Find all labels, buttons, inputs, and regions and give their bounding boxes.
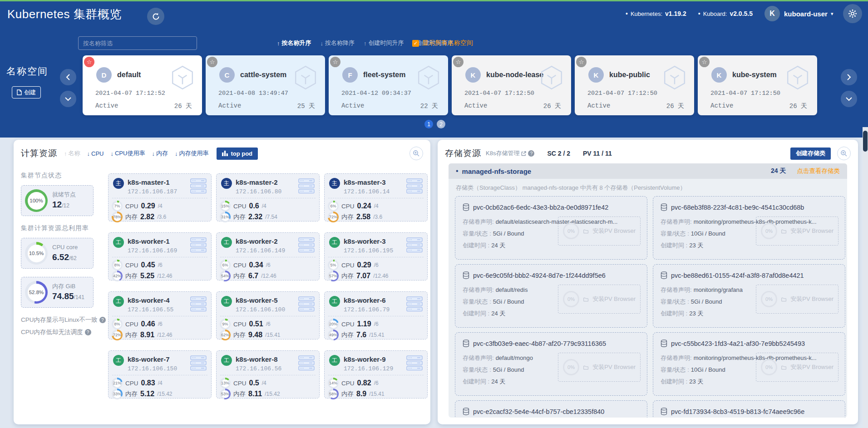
pv-name-row: pvc-c3fb03e9-eaec-4b87-af20-779c93116365 [463,339,606,347]
namespace-card[interactable]: ☆ D default 2021-04-07 17:12:52 Active 2… [83,55,202,115]
node-card[interactable]: 工 k8s-worker-8 172.16.106.56 13% CPU 0.5… [216,350,320,398]
pv-capacity-label: 容量/状态 : [463,298,491,305]
bullet-icon: • [456,167,459,175]
node-memory-row: 49% 内存 7.6 /15.41 [328,330,385,340]
cpu-gauge-label: CPU core [52,243,78,251]
show-all-namespaces-checkbox[interactable]: ✓ 显示所有名称空间 [412,36,473,50]
compute-zoom-button[interactable] [409,147,423,160]
namespace-scroll-right-button[interactable] [841,69,857,85]
create-namespace-button[interactable]: 创建 [12,86,41,98]
create-storageclass-button[interactable]: 创建存储类 [790,148,831,160]
memory-usage-ring: 78% [112,212,123,222]
refresh-button[interactable] [147,8,164,25]
namespace-filter-input[interactable] [78,36,197,50]
install-pv-browser-button[interactable]: 0% 安装PV Browser [756,285,838,314]
namespace-card[interactable]: ☆ K kube-public 2021-04-07 17:12:50 Acti… [575,55,694,115]
cpu-utilization-card[interactable]: 10.5% CPU core 6.52/62 [21,238,94,269]
node-card[interactable]: 工 k8s-worker-4 172.16.106.55 8% CPU 0.46… [108,291,212,339]
node-card[interactable]: 工 k8s-worker-2 172.16.106.149 6% CPU 0.3… [216,232,320,280]
node-card[interactable]: 工 k8s-worker-9 172.16.106.129 14% CPU 0.… [324,350,428,398]
memory-total: /15.41 [369,391,384,397]
page-scrollbar-thumb[interactable] [863,131,868,152]
persistent-volume-card[interactable]: pvc-0cb62ac6-6edc-43e3-bb2a-0e0d8971fe42… [455,196,647,260]
avatar: K [764,6,780,21]
namespace-card[interactable]: ☆ K kube-system 2021-04-07 17:12:50 Acti… [698,55,817,115]
persistent-volume-card[interactable]: pvc-fd173934-8cb3-4519-b813-fc74aee9c96e… [653,400,845,418]
namespace-collapse-button-left[interactable] [60,91,76,107]
node-sort-option[interactable]: ↓ 内存 [152,149,168,157]
pv-claim-value: default/redis [496,286,528,293]
namespace-sort-option[interactable]: ↑ 创建时间升序 [364,39,404,47]
help-link-unschedulable[interactable]: CPU内存低却无法调度? [21,328,99,336]
memory-label: 内存 [341,272,354,280]
node-card[interactable]: 工 k8s-worker-6 172.16.106.79 20% CPU 1.1… [324,291,428,339]
divider [112,257,207,257]
storageclass-name[interactable]: managed-nfs-storage [462,167,532,175]
persistent-volume-card[interactable]: pvc-6e9c05fd-bbb2-4924-8d7e-1f244dd9f5e6… [455,264,647,328]
namespace-card[interactable]: ☆ C cattle-system 2021-04-08 13:49:47 Ac… [206,55,325,115]
install-pv-browser-button[interactable]: 0% 安装PV Browser [756,353,838,382]
pv-capacity-row: 容量/状态 :5Gi / Bound [463,230,524,238]
namespace-sort-option[interactable]: ↓ 按名称降序 [321,39,355,47]
node-card[interactable]: 工 k8s-worker-1 172.16.106.169 8% CPU 0.4… [108,232,212,280]
pagination-dot[interactable]: 2 [437,120,445,128]
cpu-total: /4 [158,203,163,209]
node-sort-option[interactable]: ↑ 名称 [64,149,80,157]
top-pod-button[interactable]: top pod [217,148,258,160]
persistent-volume-card[interactable]: pvc-e2cacf32-5e4e-44cf-b757-cbe12335f840… [455,400,647,418]
memory-usage-ring: 54% [220,271,231,281]
node-sort-option[interactable]: ↓ 内存使用率 [175,149,209,157]
cpu-gauge-total: /62 [69,255,77,261]
pv-usage-ring: 0% [761,359,777,375]
favorite-star-badge[interactable]: ☆ [207,57,217,67]
cpu-usage-ring: 8% [112,260,123,271]
favorite-star-badge[interactable]: ☆ [699,57,710,67]
memory-label: 内存 [125,331,138,339]
favorite-star-badge[interactable]: ☆ [330,57,340,67]
cpu-usage-ring: 6% [220,260,231,271]
help-link-cpu-mismatch[interactable]: CPU内存显示与Linux不一致? [21,316,99,324]
namespace-sort-option[interactable]: ↑ 按名称升序 [277,39,311,47]
settings-button[interactable] [843,4,862,23]
memory-label: 内存 [341,390,354,398]
page-scrollbar-track[interactable] [863,127,868,428]
storage-manager-link[interactable]: K8s存储管理 ? [486,149,534,157]
memory-total: /15.42 [157,391,172,397]
podium-icon [222,151,228,156]
bullet-icon: • [698,10,700,17]
node-card[interactable]: 主 k8s-master-3 172.16.106.14 6% CPU 0.24… [324,173,428,221]
namespace-card[interactable]: ☆ K kube-node-lease 2021-04-07 17:12:50 … [452,55,571,115]
install-pv-browser-button[interactable]: 0% 安装PV Browser [558,353,641,382]
storage-zoom-button[interactable] [837,147,851,160]
persistent-volume-card[interactable]: pvc-be88ed61-0155-424f-a3f8-87af0d8e4421… [653,264,845,328]
node-card[interactable]: 主 k8s-master-1 172.16.106.187 7% CPU 0.2… [108,173,212,221]
persistent-volume-card[interactable]: pvc-68eb3f88-223f-4c81-be9c-4541c30cd68b… [653,196,845,260]
node-ip: 172.16.106.150 [128,365,177,372]
pv-claim-label: 存储卷声明: [661,286,692,293]
install-pv-browser-button[interactable]: 0% 安装PV Browser [558,216,641,246]
namespace-card[interactable]: ☆ F fleet-system 2021-04-12 09:34:37 Act… [329,55,448,115]
favorite-star-badge[interactable]: ☆ [84,57,94,67]
user-menu[interactable]: K kuboard-user ▾ [764,6,833,21]
favorite-star-badge[interactable]: ☆ [453,57,464,67]
namespace-scroll-left-button[interactable] [60,69,76,85]
persistent-volume-card[interactable]: pvc-c3fb03e9-eaec-4b87-af20-779c93116365… [455,332,647,396]
node-card[interactable]: 工 k8s-worker-3 172.16.106.195 5% CPU 0.2… [324,232,428,280]
node-sort-option[interactable]: ↓ CPU [87,150,104,157]
namespace-collapse-button-right[interactable] [841,91,857,107]
memory-label: 内存 [233,213,246,221]
node-card[interactable]: 工 k8s-worker-7 172.16.106.150 21% CPU 0.… [108,350,212,398]
node-card[interactable]: 主 k8s-master-2 172.16.106.80 15% CPU 0.6… [216,173,320,221]
install-pv-browser-button[interactable]: 0% 安装PV Browser [558,285,641,314]
server-icon [406,355,423,371]
pv-age-value: 23 天 [689,378,703,385]
node-sort-option[interactable]: ↓ CPU使用率 [110,149,145,157]
pagination-dot[interactable]: 1 [424,120,433,128]
view-storageclass-link[interactable]: 点击查看存储类 [797,167,840,175]
favorite-star-badge[interactable]: ☆ [576,57,587,67]
ready-nodes-card[interactable]: 100% 就绪节点 12/12 [21,185,94,216]
memory-utilization-card[interactable]: 52.8% 内存 GiB 74.85/141 [21,277,94,308]
node-card[interactable]: 工 k8s-worker-5 172.16.106.100 9% CPU 0.5… [216,291,320,339]
install-pv-browser-button[interactable]: 0% 安装PV Browser [756,216,838,246]
persistent-volume-card[interactable]: pvc-c55bc423-1fd3-4a21-af30-7e9bb5245493… [653,332,845,396]
